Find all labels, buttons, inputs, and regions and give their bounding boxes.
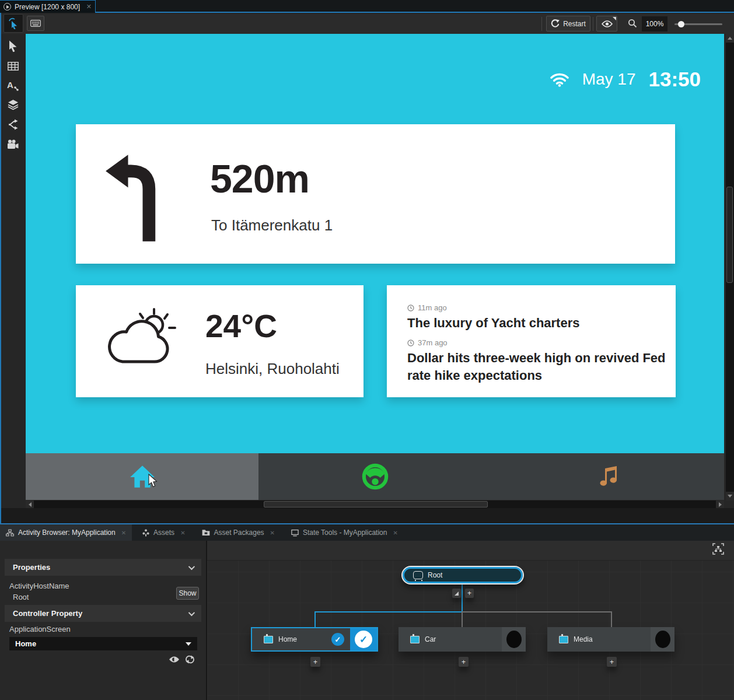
vscroll-up-button[interactable] bbox=[726, 34, 734, 43]
section-title: Properties bbox=[13, 563, 50, 572]
wifi-icon bbox=[550, 72, 569, 87]
home-add-button[interactable]: + bbox=[310, 657, 320, 667]
vscroll-down-button[interactable] bbox=[726, 492, 734, 501]
node-home[interactable]: Home ✓ ✓ bbox=[251, 627, 378, 652]
magnifier-icon bbox=[628, 19, 637, 28]
media-add-button[interactable]: + bbox=[607, 657, 617, 667]
preview-tab-title: Preview [1200 x 800] bbox=[15, 3, 80, 11]
eye-icon[interactable] bbox=[169, 656, 180, 663]
news-time-label: 11m ago bbox=[418, 303, 447, 312]
weather-card[interactable]: 24°C Helsinki, Ruoholahti bbox=[76, 285, 363, 397]
tab-state-tools[interactable]: State Tools - MyApplication ✕ bbox=[285, 524, 404, 541]
activity-host-value: Root bbox=[13, 593, 29, 601]
keyboard-button[interactable] bbox=[27, 16, 44, 31]
activity-host-label: ActivityHostName bbox=[9, 582, 69, 590]
media-state-toggle[interactable] bbox=[651, 627, 674, 652]
nav-tab-home[interactable] bbox=[26, 453, 258, 500]
graph-header-band bbox=[207, 541, 734, 561]
tab-assets[interactable]: Assets ✕ bbox=[137, 524, 191, 541]
show-button[interactable]: Show bbox=[176, 587, 199, 600]
app-screen: May 17 13:50 520m To Itämerenkatu 1 bbox=[26, 34, 724, 453]
hscroll-right-button[interactable] bbox=[716, 501, 724, 508]
news-headline[interactable]: Dollar hits three-week high on revived F… bbox=[407, 349, 667, 384]
table-view-button[interactable] bbox=[6, 60, 19, 72]
state-dot bbox=[506, 631, 522, 648]
vscroll-thumb[interactable] bbox=[726, 187, 733, 283]
zoom-level-field[interactable]: 100% bbox=[642, 16, 667, 32]
steering-wheel-icon bbox=[362, 463, 389, 490]
preview-hscrollbar[interactable] bbox=[26, 501, 724, 508]
close-icon[interactable]: ✕ bbox=[121, 530, 126, 536]
controller-section-header[interactable]: Controller Property bbox=[5, 605, 201, 622]
tab-label: State Tools - MyApplication bbox=[303, 528, 387, 537]
node-label: Car bbox=[425, 635, 436, 643]
touch-pointer-icon bbox=[8, 18, 19, 29]
tab-label: Activity Browser: MyApplication bbox=[18, 528, 116, 537]
car-state-toggle[interactable] bbox=[502, 627, 526, 652]
navigation-card[interactable]: 520m To Itämerenkatu 1 bbox=[76, 124, 675, 264]
zoom-slider[interactable] bbox=[674, 23, 722, 25]
close-icon[interactable]: ✕ bbox=[180, 530, 185, 536]
news-headline[interactable]: The luxury of Yacht charters bbox=[407, 314, 667, 332]
zoom-slider-thumb[interactable] bbox=[678, 21, 684, 27]
tab-preview[interactable]: Preview [1200 x 800] ✕ bbox=[0, 0, 96, 13]
preview-toolbar: Restart 100% bbox=[0, 14, 734, 34]
tab-activity-browser[interactable]: Activity Browser: MyApplication ✕ bbox=[0, 524, 132, 541]
turn-left-arrow-icon bbox=[103, 145, 177, 243]
close-icon[interactable]: ✕ bbox=[270, 530, 275, 536]
root-collapse-button[interactable] bbox=[452, 589, 461, 598]
visibility-button[interactable] bbox=[596, 16, 617, 32]
nav-tab-car[interactable] bbox=[258, 453, 491, 500]
status-time: 13:50 bbox=[648, 68, 701, 91]
car-add-button[interactable]: + bbox=[459, 657, 469, 667]
node-label: Root bbox=[428, 571, 442, 579]
application-screen-dropdown[interactable]: Home bbox=[9, 637, 197, 650]
select-tool-button[interactable] bbox=[6, 40, 19, 52]
properties-section-header[interactable]: Properties bbox=[5, 559, 201, 576]
node-root[interactable]: Root bbox=[401, 566, 524, 584]
play-circle-icon bbox=[4, 3, 11, 10]
layers-button[interactable] bbox=[6, 98, 19, 111]
sync-icon[interactable] bbox=[185, 655, 195, 664]
node-car[interactable]: Car bbox=[399, 627, 526, 652]
preview-tab-strip: Preview [1200 x 800] ✕ bbox=[0, 0, 734, 13]
root-add-button[interactable]: + bbox=[465, 589, 474, 598]
music-note-icon bbox=[597, 464, 618, 489]
restart-button[interactable]: Restart bbox=[546, 16, 590, 32]
hscroll-thumb[interactable] bbox=[264, 501, 488, 508]
nav-tab-media[interactable] bbox=[491, 453, 724, 500]
home-state-toggle[interactable]: ✓ bbox=[350, 628, 377, 650]
node-media[interactable]: Media bbox=[547, 627, 674, 652]
touch-pointer-button[interactable] bbox=[4, 14, 23, 33]
camera-button[interactable] bbox=[6, 138, 19, 150]
check-icon: ✓ bbox=[355, 631, 372, 648]
news-card[interactable]: 11m ago The luxury of Yacht charters 37m… bbox=[387, 285, 676, 397]
keyboard-icon bbox=[30, 20, 41, 27]
news-item-time: 11m ago bbox=[407, 303, 447, 312]
state-display-icon bbox=[291, 529, 299, 537]
transitions-button[interactable] bbox=[6, 118, 19, 131]
close-icon[interactable]: ✕ bbox=[393, 530, 397, 536]
activity-graph[interactable]: Root + Home ✓ ✓ + Car + bbox=[207, 541, 734, 700]
weather-location: Helsinki, Ruoholahti bbox=[205, 360, 340, 378]
edge-root-media-horizontal bbox=[463, 611, 611, 612]
weather-temperature: 24°C bbox=[205, 307, 277, 345]
status-date: May 17 bbox=[582, 70, 636, 89]
edge-root-media-vertical bbox=[611, 611, 612, 627]
restart-label: Restart bbox=[563, 20, 586, 28]
application-screen-label: ApplicationScreen bbox=[9, 625, 71, 634]
hscroll-left-button[interactable] bbox=[26, 501, 34, 508]
tab-asset-packages[interactable]: Asset Packages ✕ bbox=[196, 524, 281, 541]
clock-icon bbox=[407, 304, 414, 312]
fit-view-icon[interactable] bbox=[712, 542, 725, 555]
mouse-cursor bbox=[148, 474, 158, 488]
preview-vscrollbar[interactable] bbox=[726, 34, 734, 501]
screen-node-icon bbox=[264, 636, 273, 643]
chevron-down-icon bbox=[188, 563, 195, 569]
text-tool-button[interactable]: A bbox=[6, 79, 19, 92]
close-icon[interactable]: ✕ bbox=[86, 3, 92, 10]
svg-text:A: A bbox=[7, 80, 13, 90]
screen-node-icon bbox=[410, 636, 420, 643]
org-chart-icon bbox=[6, 529, 14, 537]
state-dot bbox=[655, 631, 670, 648]
